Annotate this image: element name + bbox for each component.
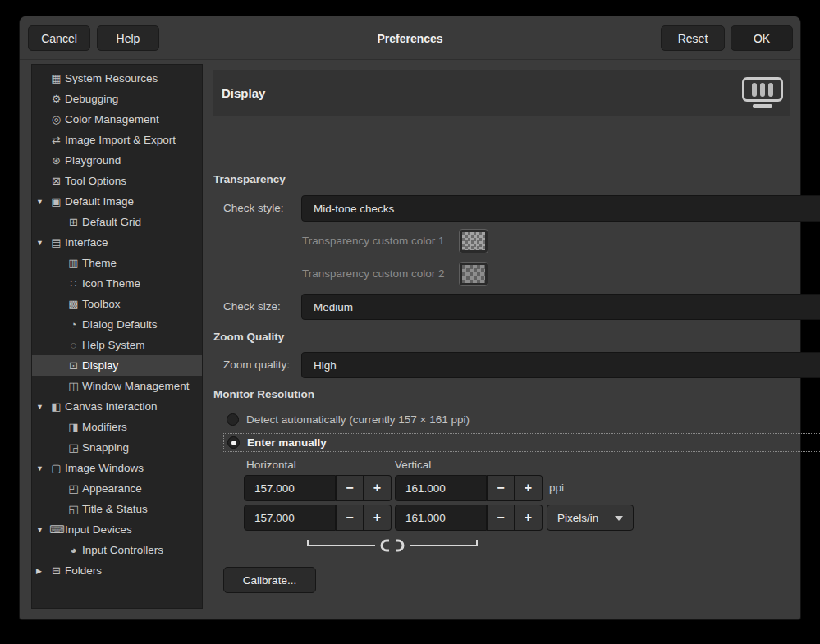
sidebar-item-theme[interactable]: ▥Theme — [32, 253, 202, 273]
custom-color1-swatch[interactable] — [459, 229, 488, 253]
plus-icon[interactable]: + — [515, 475, 543, 501]
plus-icon[interactable]: + — [515, 505, 543, 531]
monitor-small-icon: ⊡ — [66, 359, 80, 372]
minus-icon[interactable]: − — [336, 475, 364, 501]
sidebar-item-display[interactable]: ⊡Display — [32, 355, 202, 376]
detect-automatically-radio[interactable] — [227, 413, 239, 426]
sidebar-item-default-image[interactable]: ▼▣Default Image — [32, 191, 202, 212]
reset-button[interactable]: Reset — [661, 25, 725, 51]
collapse-arrow-icon[interactable]: ▼ — [36, 239, 49, 247]
sidebar-item-tool-options[interactable]: ⊠Tool Options — [32, 171, 202, 191]
minus-icon[interactable]: − — [487, 475, 515, 501]
sidebar-item-color-management[interactable]: ◎Color Management — [32, 109, 202, 130]
check-size-dropdown[interactable]: Medium — [301, 294, 820, 320]
sidebar-item-input-controllers[interactable]: ◕Input Controllers — [32, 540, 202, 560]
sidebar-item-label: Image Windows — [65, 462, 144, 474]
unit-dropdown[interactable]: Pixels/in — [547, 505, 634, 531]
sidebar-item-icon-theme[interactable]: ∷Icon Theme — [32, 273, 202, 294]
help-button[interactable]: Help — [97, 25, 159, 51]
horizontal-ppi-input[interactable] — [244, 475, 336, 501]
enter-manually-label: Enter manually — [247, 436, 327, 449]
grid-icon: ⊞ — [66, 216, 80, 228]
custom-color1-label: Transparency custom color 1 — [302, 235, 445, 247]
horizontal-pixels-input[interactable] — [244, 505, 336, 531]
horizontal-column-label: Horizontal — [246, 459, 296, 471]
color-circles-icon: ◎ — [49, 113, 63, 126]
enter-manually-radio[interactable] — [227, 436, 240, 449]
collapse-arrow-icon[interactable]: ▼ — [36, 198, 49, 206]
sidebar-item-window-management[interactable]: ◫Window Management — [32, 376, 202, 396]
expand-arrow-icon[interactable]: ▶ — [36, 567, 49, 575]
check-style-dropdown[interactable]: Mid-tone checks — [301, 195, 820, 222]
sidebar-item-title-status[interactable]: ◱Title & Status — [32, 499, 202, 519]
sidebar-item-debugging[interactable]: ⚙Debugging — [32, 89, 202, 109]
minus-icon[interactable]: − — [487, 505, 515, 531]
chain-link-toggle[interactable] — [306, 538, 479, 553]
plus-icon[interactable]: + — [364, 505, 392, 531]
plus-icon[interactable]: + — [364, 475, 392, 501]
title-status-icon: ◱ — [66, 503, 80, 515]
collapse-arrow-icon[interactable]: ▼ — [36, 526, 49, 534]
preferences-dialog: Preferences Cancel Help Reset OK ▦System… — [20, 16, 800, 619]
tool-options-icon: ⊠ — [49, 175, 63, 187]
zoom-quality-dropdown[interactable]: High — [301, 352, 820, 378]
sidebar-item-interface[interactable]: ▼▤Interface — [32, 232, 202, 253]
sidebar-item-label: Input Devices — [65, 523, 132, 536]
page-title: Display — [222, 86, 265, 100]
sidebar-item-dialog-defaults[interactable]: ◔Dialog Defaults — [32, 314, 202, 335]
monitor-resolution-section-title: Monitor Resolution — [213, 388, 314, 400]
sidebar-item-label: Playground — [65, 154, 121, 167]
sidebar-item-snapping[interactable]: ◲Snapping — [32, 437, 202, 458]
preferences-tree: ▦System Resources ⚙Debugging ◎Color Mana… — [31, 64, 203, 609]
modifiers-icon: ◨ — [66, 421, 80, 433]
sidebar-item-label: Folders — [65, 564, 102, 577]
enter-manually-option[interactable]: Enter manually — [223, 433, 820, 452]
interface-icon: ▤ — [49, 236, 63, 249]
display-settings-panel: Display Transparency Check style: Mid-to… — [213, 64, 790, 609]
canvas-icon: ◧ — [49, 400, 63, 413]
sidebar-item-label: Canvas Interaction — [65, 400, 158, 413]
window-stack-icon: ◫ — [66, 380, 80, 392]
sidebar-item-playground[interactable]: ⊛Playground — [32, 150, 202, 171]
page-header: Display — [213, 70, 790, 116]
import-export-icon: ⇄ — [49, 134, 63, 146]
sidebar-item-canvas-interaction[interactable]: ▼◧Canvas Interaction — [32, 396, 202, 417]
sidebar-item-default-grid[interactable]: ⊞Default Grid — [32, 212, 202, 232]
help-ring-icon: ◌ — [66, 339, 80, 351]
image-window-icon: ▢ — [49, 462, 63, 474]
sidebar-item-modifiers[interactable]: ◨Modifiers — [32, 417, 202, 437]
vertical-ppi-input[interactable] — [395, 475, 487, 501]
sidebar-item-folders[interactable]: ▶⊟Folders — [32, 560, 202, 581]
sidebar-item-input-devices[interactable]: ▼⌨Input Devices — [32, 519, 202, 540]
sidebar-item-image-import-export[interactable]: ⇄Image Import & Export — [32, 130, 202, 150]
sidebar-item-system-resources[interactable]: ▦System Resources — [32, 68, 202, 89]
zoom-quality-value: High — [314, 359, 337, 372]
sidebar-item-label: Appearance — [82, 482, 142, 495]
sidebar-item-toolbox[interactable]: ▩Toolbox — [32, 294, 202, 314]
sidebar-item-label: Theme — [82, 257, 117, 269]
sidebar-item-label: Dialog Defaults — [82, 318, 158, 331]
zoom-quality-section-title: Zoom Quality — [213, 331, 284, 343]
sidebar-item-label: Interface — [65, 236, 108, 249]
vertical-pixels-input[interactable] — [395, 505, 487, 531]
sidebar-item-label: System Resources — [65, 72, 158, 84]
zoom-quality-label: Zoom quality: — [223, 359, 290, 371]
sidebar-item-image-windows[interactable]: ▼▢Image Windows — [32, 458, 202, 478]
wilber-icon: ⚙ — [49, 93, 63, 105]
transparency-section-title: Transparency — [213, 173, 286, 185]
icon-theme-icon: ∷ — [66, 277, 80, 290]
toolbox-icon: ▩ — [66, 298, 80, 310]
calibrate-button[interactable]: Calibrate... — [223, 567, 316, 593]
snapping-icon: ◲ — [66, 441, 80, 454]
ok-button[interactable]: OK — [731, 25, 793, 51]
cancel-button[interactable]: Cancel — [28, 25, 90, 51]
collapse-arrow-icon[interactable]: ▼ — [36, 403, 49, 411]
ppi-unit-label: ppi — [549, 482, 564, 494]
check-size-value: Medium — [314, 301, 353, 313]
minus-icon[interactable]: − — [336, 505, 364, 531]
sidebar-item-appearance[interactable]: ◰Appearance — [32, 478, 202, 499]
custom-color2-swatch[interactable] — [459, 262, 488, 286]
sidebar-item-label: Modifiers — [82, 421, 127, 433]
sidebar-item-help-system[interactable]: ◌Help System — [32, 335, 202, 355]
collapse-arrow-icon[interactable]: ▼ — [36, 464, 49, 473]
